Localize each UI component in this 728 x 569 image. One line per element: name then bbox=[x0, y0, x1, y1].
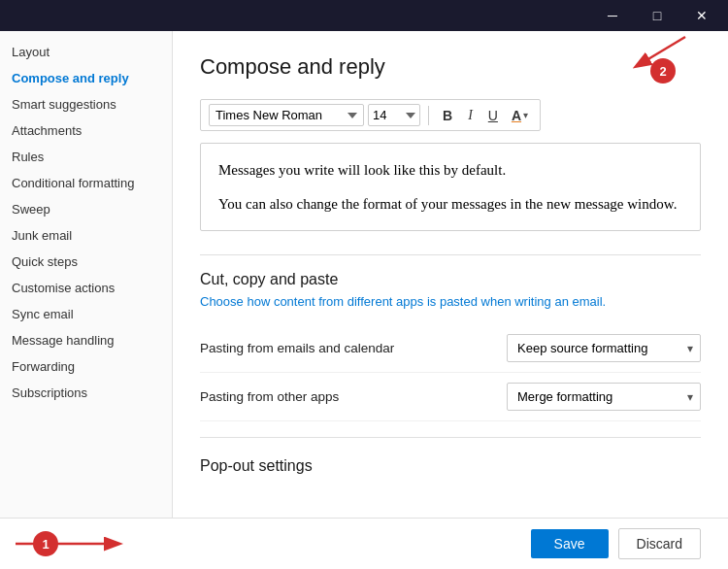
underline-button[interactable]: U bbox=[482, 106, 504, 125]
sidebar-item-conditional-formatting[interactable]: Conditional formatting bbox=[0, 170, 172, 196]
italic-button[interactable]: I bbox=[462, 106, 479, 125]
paste-from-emails-label: Pasting from emails and calendar bbox=[200, 341, 394, 355]
discard-button[interactable]: Discard bbox=[618, 528, 701, 559]
paste-from-emails-select[interactable]: Keep source formatting Merge formatting … bbox=[507, 334, 701, 362]
titlebar: ─ □ ✕ bbox=[0, 0, 728, 31]
font-color-caret-icon: ▾ bbox=[523, 110, 528, 120]
sidebar-item-rules[interactable]: Rules bbox=[0, 144, 172, 170]
sidebar-item-customise-actions[interactable]: Customise actions bbox=[0, 275, 172, 301]
sidebar-item-sweep[interactable]: Sweep bbox=[0, 196, 172, 222]
font-family-select[interactable]: Times New Roman bbox=[209, 104, 364, 126]
toolbar-divider-1 bbox=[428, 106, 429, 125]
sidebar-item-quick-steps[interactable]: Quick steps bbox=[0, 249, 172, 275]
sidebar-item-subscriptions[interactable]: Subscriptions bbox=[0, 380, 172, 406]
sidebar-item-sync-email[interactable]: Sync email bbox=[0, 301, 172, 327]
close-button[interactable]: ✕ bbox=[679, 0, 724, 31]
popout-section: Pop-out settings bbox=[200, 457, 701, 475]
settings-window: ─ □ ✕ Layout Compose and reply Smart sug… bbox=[0, 0, 728, 569]
badge-1: 1 bbox=[33, 531, 58, 556]
preview-line-1: Messages you write will look like this b… bbox=[218, 159, 682, 182]
main-layout: Layout Compose and reply Smart suggestio… bbox=[0, 31, 728, 518]
font-color-a-icon: A bbox=[512, 108, 521, 123]
page-title: Compose and reply bbox=[200, 54, 701, 80]
bold-button[interactable]: B bbox=[437, 106, 458, 125]
cut-copy-paste-desc: Choose how content from different apps i… bbox=[200, 294, 701, 309]
minimize-button[interactable]: ─ bbox=[590, 0, 635, 31]
preview-box: Messages you write will look like this b… bbox=[200, 143, 701, 231]
paste-from-apps-row: Pasting from other apps Keep source form… bbox=[200, 373, 701, 421]
sidebar-item-smart-suggestions[interactable]: Smart suggestions bbox=[0, 91, 172, 117]
action-bar: 1 Save Discard bbox=[0, 518, 728, 569]
font-toolbar: Times New Roman 14 B I U A ▾ bbox=[200, 99, 541, 131]
arrow-1-svg bbox=[12, 529, 128, 558]
sidebar: Layout Compose and reply Smart suggestio… bbox=[0, 31, 173, 518]
sidebar-item-forwarding[interactable]: Forwarding bbox=[0, 353, 172, 380]
sidebar-item-junk-email[interactable]: Junk email bbox=[0, 222, 172, 249]
paste-from-apps-select[interactable]: Keep source formatting Merge formatting … bbox=[507, 383, 701, 411]
cut-copy-paste-section: Cut, copy and paste Choose how content f… bbox=[200, 271, 701, 421]
content-area: 2 Compose and reply Times New Roman 14 B… bbox=[173, 31, 728, 518]
sidebar-item-compose-reply[interactable]: Compose and reply bbox=[0, 65, 172, 91]
font-size-select[interactable]: 14 bbox=[368, 104, 420, 126]
sidebar-item-message-handling[interactable]: Message handling bbox=[0, 327, 172, 353]
save-button[interactable]: Save bbox=[531, 529, 609, 558]
paste-from-apps-label: Pasting from other apps bbox=[200, 389, 339, 404]
paste-from-emails-select-wrap: Keep source formatting Merge formatting … bbox=[507, 334, 701, 362]
paste-from-apps-select-wrap: Keep source formatting Merge formatting … bbox=[507, 383, 701, 411]
maximize-button[interactable]: □ bbox=[635, 0, 679, 31]
popout-title: Pop-out settings bbox=[200, 457, 701, 475]
sidebar-item-attachments[interactable]: Attachments bbox=[0, 117, 172, 144]
font-color-button[interactable]: A ▾ bbox=[508, 106, 532, 125]
preview-line-2: You can also change the format of your m… bbox=[218, 193, 682, 216]
cut-copy-paste-title: Cut, copy and paste bbox=[200, 271, 701, 288]
sidebar-item-layout[interactable]: Layout bbox=[0, 39, 172, 65]
paste-from-emails-row: Pasting from emails and calendar Keep so… bbox=[200, 324, 701, 373]
